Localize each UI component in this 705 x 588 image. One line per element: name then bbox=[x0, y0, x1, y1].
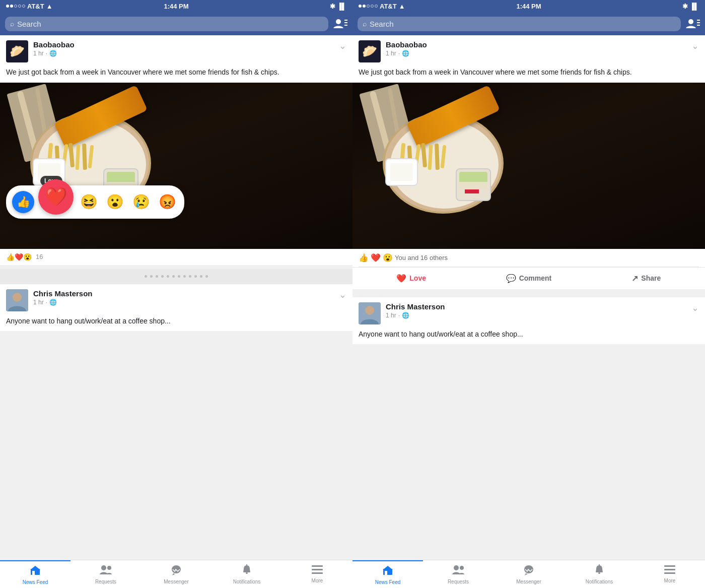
love-button[interactable]: ❤️ Love bbox=[352, 270, 470, 287]
search-placeholder-r: Search bbox=[370, 20, 394, 28]
post2-text: Anyone want to hang out/work/eat at a co… bbox=[0, 314, 352, 332]
bluetooth-icon-r: ✱ bbox=[682, 3, 688, 10]
svg-rect-7 bbox=[32, 571, 35, 575]
battery-icon: ▐▌ bbox=[337, 3, 346, 10]
messenger-icon bbox=[171, 564, 182, 578]
svg-rect-32 bbox=[664, 569, 675, 570]
person-menu-icon[interactable] bbox=[333, 18, 347, 29]
share-label: Share bbox=[641, 274, 661, 282]
love-reaction-big[interactable]: ❤️ bbox=[38, 179, 74, 215]
share-button[interactable]: ↗ Share bbox=[588, 270, 705, 287]
battery-icon-r: ▐▌ bbox=[690, 3, 699, 10]
search-input-wrapper-r[interactable]: ⌕ Search bbox=[358, 17, 681, 31]
post2-options-chevron[interactable]: ⌄ bbox=[339, 289, 346, 300]
person-menu-icon-r[interactable] bbox=[686, 18, 700, 29]
nav-label-notifications: Notifications bbox=[233, 579, 260, 584]
svg-rect-14 bbox=[312, 565, 323, 567]
time-dot: · bbox=[46, 50, 47, 57]
reaction-love-mini-r: ❤️ bbox=[371, 253, 381, 263]
nav-label-requests: Requests bbox=[95, 579, 116, 584]
nav-news-feed-r[interactable]: News Feed bbox=[352, 560, 423, 588]
nav-label-news-feed: News Feed bbox=[23, 579, 48, 585]
post-header-2: Chris Masterson 1 hr · 🌐 ⌄ bbox=[0, 284, 352, 314]
signal-dot-2 bbox=[10, 5, 13, 8]
home-icon-r bbox=[382, 565, 393, 578]
svg-rect-24 bbox=[385, 571, 387, 575]
svg-point-17 bbox=[688, 19, 693, 24]
angry-reaction[interactable]: 😡 bbox=[156, 191, 178, 213]
nav-notifications-r[interactable]: Notifications bbox=[564, 560, 634, 588]
wifi-icon: ▲ bbox=[46, 3, 53, 10]
haha-reaction[interactable]: 😆 bbox=[78, 191, 100, 213]
wow-reaction[interactable]: 😮 bbox=[104, 191, 126, 213]
post-card-2: Chris Masterson 1 hr · 🌐 ⌄ Anyone want t… bbox=[0, 284, 352, 332]
post-options-chevron-r[interactable]: ⌄ bbox=[691, 40, 699, 51]
love-icon: ❤️ bbox=[396, 274, 406, 283]
feed-left: 🥟 Baobaobao 1 hr · 🌐 ⌄ We just got back … bbox=[0, 35, 352, 560]
nav-more-r[interactable]: More bbox=[634, 560, 705, 588]
post-image-1r bbox=[352, 83, 705, 249]
bottom-nav-left: News Feed Requests Messenge bbox=[0, 560, 352, 588]
nav-label-more-r: More bbox=[664, 578, 676, 583]
post2-chevron-r[interactable]: ⌄ bbox=[691, 302, 699, 313]
svg-point-9 bbox=[101, 565, 106, 570]
search-icon: ⌕ bbox=[10, 20, 14, 28]
svg-rect-33 bbox=[664, 572, 675, 574]
svg-rect-29 bbox=[598, 572, 600, 574]
status-bar-left: AT&T ▲ 1:44 PM ✱ ▐▌ bbox=[0, 0, 352, 12]
reaction-wow-mini: 😮 bbox=[23, 253, 32, 261]
home-icon bbox=[30, 565, 41, 578]
search-bar-right: ⌕ Search bbox=[352, 12, 705, 35]
reaction-like-mini-r: 👍 bbox=[359, 253, 369, 263]
post-text-1r: We just got back from a week in Vancouve… bbox=[352, 66, 705, 83]
sad-reaction[interactable]: 😢 bbox=[130, 191, 152, 213]
post-options-chevron[interactable]: ⌄ bbox=[339, 40, 346, 51]
friends-icon-r bbox=[452, 564, 464, 578]
dots-separator bbox=[0, 269, 352, 284]
comment-label: Comment bbox=[519, 274, 552, 282]
svg-point-26 bbox=[454, 565, 459, 570]
search-placeholder: Search bbox=[17, 20, 41, 28]
signal-dot-4 bbox=[18, 5, 21, 8]
bottom-nav-right: News Feed Requests Messenge bbox=[352, 560, 705, 588]
post2-author-name-r: Chris Masterson bbox=[386, 302, 445, 311]
post2-author-name: Chris Masterson bbox=[33, 289, 93, 298]
search-input-wrapper[interactable]: ⌕ Search bbox=[5, 17, 328, 31]
avatar-baobaobao-r: 🥟 bbox=[359, 40, 381, 62]
action-bar: ❤️ Love 💬 Comment ↗ Share bbox=[352, 267, 705, 289]
reaction-pills[interactable]: 👍 ❤️ 😆 😮 😢 😡 bbox=[6, 185, 184, 219]
svg-rect-12 bbox=[246, 572, 248, 574]
carrier-name: AT&T bbox=[27, 3, 44, 10]
nav-messenger-r[interactable]: Messenger bbox=[494, 560, 564, 588]
post2-privacy-r: 🌐 bbox=[402, 312, 409, 319]
thumbs-up-reaction[interactable]: 👍 bbox=[12, 191, 34, 213]
nav-requests-r[interactable]: Requests bbox=[423, 560, 494, 588]
svg-point-10 bbox=[107, 566, 111, 570]
post-card-2r: Chris Masterson 1 hr · 🌐 ⌄ Anyone want t… bbox=[352, 297, 705, 345]
nav-messenger[interactable]: Messenger bbox=[141, 560, 212, 588]
signal-dot-3 bbox=[14, 5, 17, 8]
nav-more[interactable]: More bbox=[282, 560, 352, 588]
post-text-1: We just got back from a week in Vancouve… bbox=[0, 66, 352, 83]
post-header-2r: Chris Masterson 1 hr · 🌐 ⌄ bbox=[352, 297, 705, 328]
search-icon-r: ⌕ bbox=[363, 20, 367, 28]
nav-label-messenger-r: Messenger bbox=[516, 579, 541, 584]
feed-right: 🥟 Baobaobao 1 hr · 🌐 ⌄ We just got back … bbox=[352, 35, 705, 560]
share-icon: ↗ bbox=[631, 274, 638, 283]
post-author-name-r: Baobaobao bbox=[386, 40, 427, 49]
nav-requests[interactable]: Requests bbox=[70, 560, 141, 588]
nav-notifications[interactable]: Notifications bbox=[212, 560, 282, 588]
post-card-1r: 🥟 Baobaobao 1 hr · 🌐 ⌄ We just got back … bbox=[352, 35, 705, 289]
signal-dot-5 bbox=[22, 5, 25, 8]
comment-button[interactable]: 💬 Comment bbox=[470, 270, 587, 287]
reaction-love-mini: ❤️ bbox=[15, 253, 23, 261]
carrier-name-r: AT&T bbox=[380, 3, 397, 10]
nav-news-feed[interactable]: News Feed bbox=[0, 560, 70, 588]
post-header-1: 🥟 Baobaobao 1 hr · 🌐 ⌄ bbox=[0, 35, 352, 66]
post-header-1r: 🥟 Baobaobao 1 hr · 🌐 ⌄ bbox=[352, 35, 705, 66]
post-card-1: 🥟 Baobaobao 1 hr · 🌐 ⌄ We just got back … bbox=[0, 35, 352, 265]
svg-point-5 bbox=[13, 293, 22, 302]
menu-icon bbox=[312, 565, 323, 577]
search-bar-left: ⌕ Search bbox=[0, 12, 352, 35]
post-gap bbox=[352, 293, 705, 297]
